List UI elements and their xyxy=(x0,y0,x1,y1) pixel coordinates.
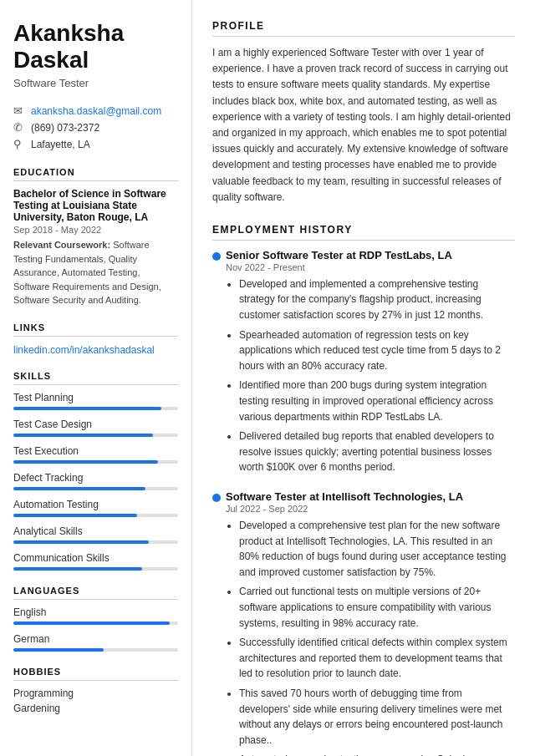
phone-icon: ✆ xyxy=(13,121,25,134)
languages-section-title: LANGUAGES xyxy=(13,586,178,600)
hobbies-section-title: HOBBIES xyxy=(13,667,178,681)
job-bullet: Spearheaded automation of regression tes… xyxy=(239,327,515,374)
job-bullet: Automated regression testing process usi… xyxy=(239,752,515,756)
location-contact: ⚲ Lafayette, LA xyxy=(13,138,178,150)
linkedin-link-item: linkedin.com/in/akankshadaskal xyxy=(13,343,178,356)
job-dates: Jul 2022 - Sep 2022 xyxy=(226,504,515,514)
job-entry: Senior Software Tester at RDP TestLabs, … xyxy=(212,249,515,475)
job-bullet: Successfully identified critical defects… xyxy=(239,635,515,682)
job-title: Software Tester at Intellisoft Technolog… xyxy=(226,490,515,503)
job-bullets-list: Developed and implemented a comprehensiv… xyxy=(226,277,515,475)
links-section-title: LINKS xyxy=(13,322,178,337)
hobby-item: Programming xyxy=(13,688,178,699)
phone-contact: ✆ (869) 073-2372 xyxy=(13,121,178,134)
candidate-title: Software Tester xyxy=(13,77,178,89)
email-link[interactable]: akanksha.daskal@gmail.com xyxy=(31,105,161,117)
job-title: Senior Software Tester at RDP TestLabs, … xyxy=(226,249,515,261)
job-bullet: This saved 70 hours worth of debugging t… xyxy=(239,686,515,748)
linkedin-link[interactable]: linkedin.com/in/akankshadaskal xyxy=(13,344,155,356)
job-bullets-list: Developed a comprehensive test plan for … xyxy=(226,518,515,756)
location-icon: ⚲ xyxy=(13,138,25,150)
contact-section: ✉ akanksha.daskal@gmail.com ✆ (869) 073-… xyxy=(13,104,178,150)
languages-list: English German xyxy=(13,606,178,652)
skill-item: Communication Skills xyxy=(13,552,178,571)
job-bullet: Carried out functional tests on multiple… xyxy=(239,584,515,631)
hobbies-list: ProgrammingGardening xyxy=(13,688,178,714)
profile-section-title: PROFILE xyxy=(212,20,515,37)
skills-section-title: SKILLS xyxy=(13,371,178,385)
candidate-name: Akanksha Daskal Software Tester xyxy=(13,20,178,89)
skill-item: Test Case Design xyxy=(13,419,178,437)
job-bullet: Delivered detailed bug reports that enab… xyxy=(239,429,515,475)
job-bullet: Developed and implemented a comprehensiv… xyxy=(239,277,515,323)
employment-section-title: EMPLOYMENT HISTORY xyxy=(212,224,515,241)
email-contact: ✉ akanksha.daskal@gmail.com xyxy=(13,104,178,117)
employment-list: Senior Software Tester at RDP TestLabs, … xyxy=(212,249,515,756)
job-dates: Nov 2022 - Present xyxy=(226,262,515,272)
language-item: German xyxy=(13,633,178,652)
job-entry: Software Tester at Intellisoft Technolog… xyxy=(212,490,515,756)
skill-item: Defect Tracking xyxy=(13,472,178,490)
education-section-title: EDUCATION xyxy=(13,167,178,181)
skills-list: Test Planning Test Case Design Test Exec… xyxy=(13,392,178,571)
profile-text: I am a highly experienced Software Teste… xyxy=(212,45,515,205)
education-content: Bachelor of Science in Software Testing … xyxy=(13,188,178,307)
main-content: PROFILE I am a highly experienced Softwa… xyxy=(192,0,535,756)
job-bullet: Developed a comprehensive test plan for … xyxy=(239,518,515,580)
job-bullet: Identified more than 200 bugs during sys… xyxy=(239,378,515,424)
skill-item: Analytical Skills xyxy=(13,525,178,544)
skill-item: Automation Testing xyxy=(13,499,178,517)
language-item: English xyxy=(13,606,178,625)
sidebar: Akanksha Daskal Software Tester ✉ akanks… xyxy=(0,0,192,756)
skill-item: Test Planning xyxy=(13,392,178,410)
email-icon: ✉ xyxy=(13,104,25,117)
hobby-item: Gardening xyxy=(13,703,178,714)
skill-item: Test Execution xyxy=(13,445,178,464)
